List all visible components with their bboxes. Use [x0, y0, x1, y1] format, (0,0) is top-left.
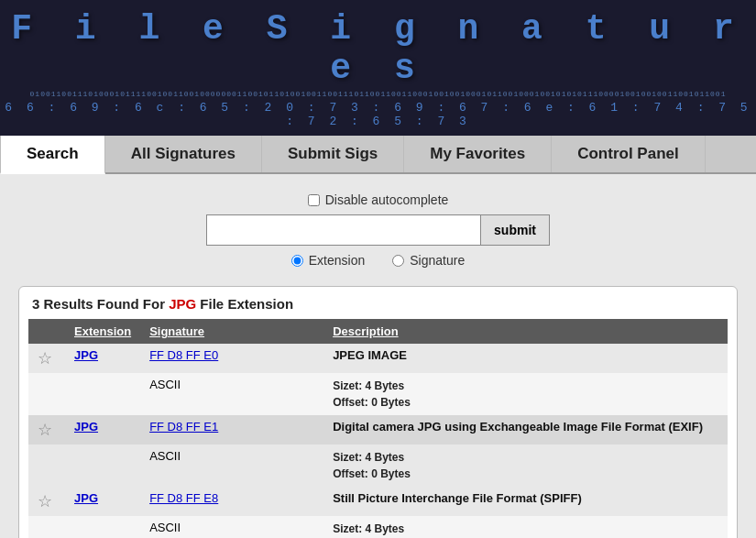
hex-text: 6 6 : 6 9 : 6 c : 6 5 : 2 0 : 7 3 : 6 9 … — [0, 101, 756, 128]
nav-search[interactable]: Search — [0, 136, 105, 174]
signature-label: Signature — [410, 253, 465, 268]
offset-label-2: Offset: 0 Bytes — [333, 466, 718, 482]
sig-link-3[interactable]: FF D8 FF E8 — [149, 491, 218, 505]
table-row: ☆ JPG FF D8 FF E0 JPEG IMAGE — [28, 344, 728, 373]
ext-sub-1 — [65, 373, 140, 415]
table-row-sub: ASCII Sizet: 4 Bytes Offset: 0 Bytes — [28, 373, 728, 415]
ext-cell-3: JPG — [65, 487, 140, 516]
desc-text-3: Still Picture Interchange File Format (S… — [333, 491, 582, 505]
site-header: F i l e S i g n a t u r e s 010011001110… — [0, 0, 756, 136]
nav-submit-sigs[interactable]: Submit Sigs — [262, 136, 404, 172]
desc-cell-3: Still Picture Interchange File Format (S… — [323, 487, 728, 516]
ascii-label-1: ASCII — [149, 378, 181, 391]
table-header-row: Extension Signature Description — [28, 319, 728, 344]
ascii-label-3: ASCII — [149, 521, 181, 534]
disable-autocomplete-label: Disable autocomplete — [325, 192, 449, 207]
size-label-3: Sizet: 4 Bytes — [333, 521, 718, 537]
col-description: Description — [323, 319, 728, 344]
results-title-prefix: 3 Results Found For — [32, 296, 169, 312]
desc-text-1: JPEG IMAGE — [333, 348, 407, 362]
table-row-sub: ASCII Sizet: 4 Bytes Offset: 0 Bytes — [28, 445, 728, 487]
results-container: 3 Results Found For JPG File Extension E… — [18, 286, 738, 538]
size-sub-1: Sizet: 4 Bytes Offset: 0 Bytes — [323, 373, 728, 415]
ext-sub-3 — [65, 516, 140, 538]
ext-sub-2 — [65, 445, 140, 487]
ext-link-3[interactable]: JPG — [74, 491, 98, 505]
size-sub-3: Sizet: 4 Bytes Offset: 0 Bytes — [323, 516, 728, 538]
sig-sub-2: ASCII — [140, 445, 323, 487]
table-row: ☆ JPG FF D8 FF E8 Still Picture Intercha… — [28, 487, 728, 516]
star-sub-1 — [28, 373, 65, 415]
nav-all-signatures[interactable]: All Signatures — [105, 136, 262, 172]
size-label-1: Sizet: 4 Bytes — [333, 378, 718, 394]
nav-control-panel[interactable]: Control Panel — [552, 136, 706, 172]
search-form: submit — [18, 214, 738, 246]
star-sub-2 — [28, 445, 65, 487]
col-star — [28, 319, 65, 344]
results-title: 3 Results Found For JPG File Extension — [28, 296, 728, 312]
sig-sub-1: ASCII — [140, 373, 323, 415]
extension-radio[interactable] — [291, 255, 303, 267]
desc-text-2: Digital camera JPG using Exchangeable Im… — [333, 420, 703, 434]
sig-cell-3: FF D8 FF E8 — [140, 487, 323, 516]
size-info-2: Sizet: 4 Bytes Offset: 0 Bytes — [333, 449, 718, 482]
ext-link-1[interactable]: JPG — [74, 348, 98, 362]
size-info-3: Sizet: 4 Bytes Offset: 0 Bytes — [333, 521, 718, 538]
sig-sub-3: ASCII — [140, 516, 323, 538]
star-cell-1: ☆ — [28, 344, 65, 373]
search-type-row: Extension Signature — [18, 253, 738, 268]
nav-my-favorites[interactable]: My Favorites — [404, 136, 552, 172]
favorite-star-2[interactable]: ☆ — [38, 421, 52, 439]
submit-button[interactable]: submit — [481, 214, 550, 246]
favorite-star-3[interactable]: ☆ — [38, 492, 52, 511]
results-highlight: JPG — [169, 296, 196, 312]
main-nav: Search All Signatures Submit Sigs My Fav… — [0, 136, 756, 174]
size-info-1: Sizet: 4 Bytes Offset: 0 Bytes — [333, 378, 718, 411]
search-input[interactable] — [206, 214, 481, 246]
results-table: Extension Signature Description ☆ JPG FF… — [28, 319, 728, 538]
col-signature: Signature — [140, 319, 323, 344]
favorite-star-1[interactable]: ☆ — [38, 349, 52, 368]
col-extension: Extension — [65, 319, 140, 344]
size-sub-2: Sizet: 4 Bytes Offset: 0 Bytes — [323, 445, 728, 487]
table-row: ☆ JPG FF D8 FF E1 Digital camera JPG usi… — [28, 415, 728, 445]
sig-link-2[interactable]: FF D8 FF E1 — [149, 420, 218, 434]
table-row-sub: ASCII Sizet: 4 Bytes Offset: 0 Bytes — [28, 516, 728, 538]
site-title: F i l e S i g n a t u r e s — [0, 9, 756, 88]
star-cell-3: ☆ — [28, 487, 65, 516]
desc-cell-1: JPEG IMAGE — [323, 344, 728, 373]
ascii-label-2: ASCII — [149, 449, 181, 463]
ext-link-2[interactable]: JPG — [74, 420, 98, 434]
autocomplete-row: Disable autocomplete — [18, 192, 738, 207]
signature-radio[interactable] — [392, 255, 404, 267]
size-label-2: Sizet: 4 Bytes — [333, 449, 718, 466]
ext-cell-2: JPG — [65, 415, 140, 445]
binary-text: 0100110011101000101111001001100100000001… — [0, 90, 756, 98]
search-section: Disable autocomplete submit Extension Si… — [18, 192, 738, 268]
disable-autocomplete-checkbox[interactable] — [308, 194, 320, 206]
sig-cell-2: FF D8 FF E1 — [140, 415, 323, 445]
results-title-suffix: File Extension — [196, 296, 293, 312]
signature-option: Signature — [392, 253, 465, 268]
extension-label: Extension — [309, 253, 365, 268]
main-content: Disable autocomplete submit Extension Si… — [0, 174, 756, 538]
star-sub-3 — [28, 516, 65, 538]
ext-cell-1: JPG — [65, 344, 140, 373]
sig-cell-1: FF D8 FF E0 — [140, 344, 323, 373]
desc-cell-2: Digital camera JPG using Exchangeable Im… — [323, 415, 728, 445]
sig-link-1[interactable]: FF D8 FF E0 — [149, 348, 218, 362]
extension-option: Extension — [291, 253, 365, 268]
star-cell-2: ☆ — [28, 415, 65, 445]
offset-label-1: Offset: 0 Bytes — [333, 394, 718, 411]
